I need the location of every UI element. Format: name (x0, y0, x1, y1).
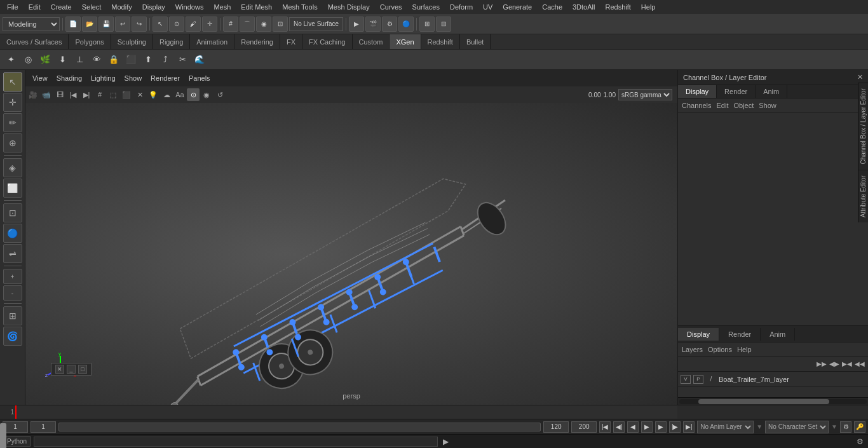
scrollbar-thumb[interactable] (698, 399, 830, 404)
command-language-label[interactable]: Python (3, 436, 31, 447)
tab-redshift[interactable]: Redshift (421, 34, 460, 49)
xgen-icon[interactable]: 🔵 (398, 17, 414, 32)
layers-menu-options[interactable]: Options (708, 346, 732, 353)
snap-view-btn[interactable]: ⊡ (273, 17, 288, 32)
snap-point-btn[interactable]: ◉ (256, 17, 271, 32)
mini-window-close[interactable]: ✕ (55, 365, 64, 374)
vp-icon-x[interactable]: ✕ (133, 88, 146, 101)
render-btn[interactable]: ▶ (349, 17, 364, 32)
vp-icon-cam3[interactable]: 🎞 (53, 88, 66, 101)
layers-tool-3[interactable]: ▶◀ (841, 358, 853, 370)
timeline-playhead[interactable] (15, 405, 17, 419)
viewport-menu-lighting[interactable]: Lighting (88, 73, 119, 83)
paint-btn[interactable]: 🖌 (186, 17, 201, 32)
select-tool-btn[interactable]: ↖ (153, 17, 168, 32)
frame-slider[interactable] (58, 423, 541, 431)
xgen-btn-9[interactable]: ⬆ (140, 51, 156, 68)
live-surface-button[interactable]: No Live Surface (289, 17, 343, 31)
menu-modify[interactable]: Modify (107, 2, 136, 12)
xgen-btn-7[interactable]: 🔒 (105, 51, 122, 68)
menu-redshift[interactable]: Redshift (600, 2, 635, 12)
xgen-btn-10[interactable]: ⤴ (157, 51, 173, 68)
viewport-menu-panels[interactable]: Panels (186, 73, 214, 83)
tab-rendering[interactable]: Rendering (234, 34, 280, 49)
char-set-select[interactable]: No Character Set (765, 421, 829, 433)
vp-icon-step1[interactable]: |◀ (67, 88, 79, 101)
xgen-btn-5[interactable]: ⊥ (71, 51, 88, 68)
layers-tool-4[interactable]: ◀◀ (854, 358, 865, 370)
marquee-tool[interactable]: ⬜ (3, 179, 22, 198)
cb-menu-edit[interactable]: Edit (716, 102, 728, 109)
mini-window-max[interactable]: □ (78, 365, 87, 374)
select-tool[interactable]: ↖ (3, 72, 22, 92)
menu-windows[interactable]: Windows (171, 2, 208, 12)
vp-icon-shaded[interactable]: ⬛ (120, 88, 133, 101)
vp-icon-step2[interactable]: ▶| (80, 88, 93, 101)
lasso-btn[interactable]: ⊙ (169, 17, 184, 32)
menu-file[interactable]: File (3, 2, 23, 12)
save-file-btn[interactable]: 💾 (98, 17, 114, 32)
menu-uv[interactable]: UV (478, 2, 497, 12)
settings-btn[interactable]: ⚙ (840, 421, 851, 433)
cb-menu-show[interactable]: Show (759, 102, 776, 109)
layers-scrollbar[interactable] (678, 397, 868, 405)
channel-box-close-btn[interactable]: ✕ (857, 73, 863, 81)
transform-tool[interactable]: ⊕ (3, 133, 22, 153)
transport-next-key[interactable]: |▶ (669, 421, 681, 433)
layer-pencil-icon[interactable]: / (706, 375, 716, 384)
tab-fx[interactable]: FX (280, 34, 302, 49)
transport-skip-start[interactable]: |◀ (599, 421, 611, 433)
vp-icon-aa[interactable]: Aa (173, 88, 186, 101)
viewport-menu-view[interactable]: View (29, 73, 51, 83)
viewport-menu-show[interactable]: Show (121, 73, 146, 83)
vtab-channel-box[interactable]: Channel Box / Layer Editor (858, 83, 868, 170)
tab-display[interactable]: Display (678, 85, 717, 98)
layer-tab-render[interactable]: Render (719, 328, 761, 341)
transport-next-frame[interactable]: ▶ (655, 421, 667, 433)
minus-btn[interactable]: - (3, 285, 22, 301)
layers-tool-1[interactable]: ▶▶ (816, 358, 827, 370)
timeline-track[interactable] (15, 405, 677, 419)
layout2-btn[interactable]: ⊟ (436, 17, 451, 32)
tab-anim[interactable]: Anim (756, 85, 787, 98)
move-tool[interactable]: ✛ (3, 93, 22, 112)
xgen-btn-8[interactable]: ⬛ (123, 51, 139, 68)
vp-icon-grid[interactable]: # (93, 88, 106, 101)
menu-3dtall[interactable]: 3DtoAll (568, 2, 599, 12)
transport-play[interactable]: ▶ (641, 421, 653, 433)
xgen-btn-2[interactable]: ◎ (20, 51, 36, 68)
xgen-btn-11[interactable]: ✂ (174, 51, 191, 68)
transport-prev-frame[interactable]: ◀ (627, 421, 639, 433)
new-file-btn[interactable]: 📄 (65, 17, 81, 32)
xgen-btn-3[interactable]: 🌿 (37, 51, 53, 68)
viewport-menu-shading[interactable]: Shading (53, 73, 85, 83)
move-btn[interactable]: ✛ (202, 17, 217, 32)
snap-tool[interactable]: ◈ (3, 158, 22, 177)
menu-mesh[interactable]: Mesh (209, 2, 235, 12)
menu-create[interactable]: Create (46, 2, 76, 12)
xgen-logo-btn[interactable]: 🌀 (3, 327, 22, 346)
transport-skip-end[interactable]: ▶| (683, 421, 695, 433)
vp-icon-lights[interactable]: 💡 (147, 88, 159, 101)
menu-help[interactable]: Help (637, 2, 660, 12)
vp-icon-cam1[interactable]: 🎥 (27, 88, 39, 101)
tab-xgen[interactable]: XGen (390, 34, 421, 49)
pivot-tool[interactable]: ⊡ (3, 203, 22, 222)
menu-deform[interactable]: Deform (445, 2, 477, 12)
vp-icon-cam2[interactable]: 📹 (40, 88, 53, 101)
layers-menu-help[interactable]: Help (737, 346, 752, 353)
vp-icon-iso[interactable]: ◉ (200, 88, 213, 101)
menu-mesh-tools[interactable]: Mesh Tools (278, 2, 322, 12)
vp-icon-wire[interactable]: ⬚ (107, 88, 119, 101)
menu-generate[interactable]: Generate (498, 2, 536, 12)
viewport-gamma-select[interactable]: sRGB gamma (618, 89, 672, 100)
menu-mesh-display[interactable]: Mesh Display (323, 2, 374, 12)
tab-rigging[interactable]: Rigging (153, 34, 190, 49)
vp-icon-refresh[interactable]: ↺ (214, 88, 226, 101)
command-options-icon[interactable]: ⚙ (854, 436, 865, 447)
tab-sculpting[interactable]: Sculpting (111, 34, 153, 49)
layout-btn[interactable]: ⊞ (419, 17, 435, 32)
cb-menu-object[interactable]: Object (733, 102, 754, 109)
cb-menu-channels[interactable]: Channels (682, 102, 711, 109)
command-run-icon[interactable]: ▶ (440, 436, 452, 447)
